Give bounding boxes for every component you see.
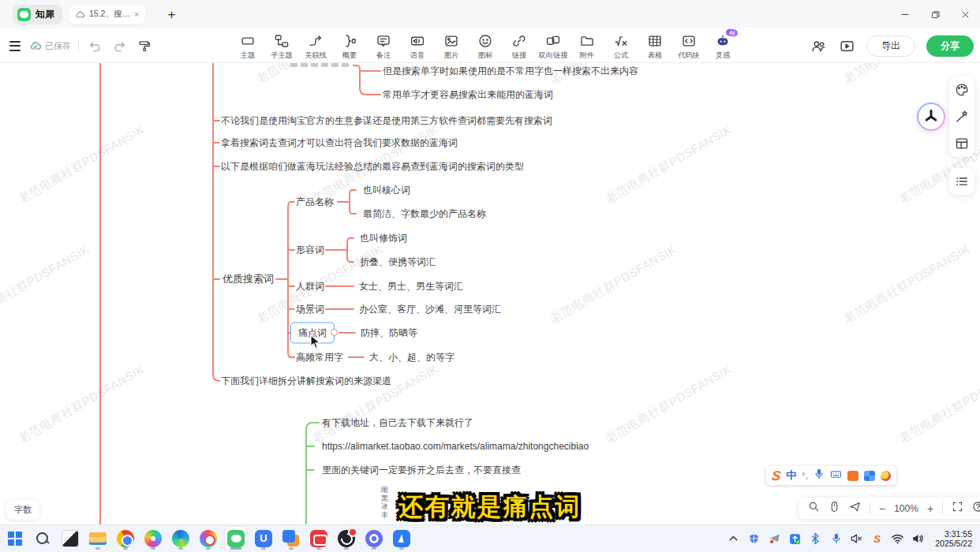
export-button[interactable]: 导出 (866, 35, 915, 57)
sogou-input-bar[interactable]: S 中 °, (766, 466, 896, 485)
emoji-picker-icon[interactable] (881, 471, 891, 481)
taskbar-app-obs[interactable] (335, 527, 357, 550)
tool-link[interactable]: 链接 (502, 32, 536, 61)
mindmap-node[interactable]: 最简洁、字数最少的产品名称 (363, 207, 486, 221)
mindmap-node[interactable]: 以下是根据咱们做蓝海玩法经验总结的最容易查到蓝海词的搜索词的类型 (221, 160, 524, 173)
taskbar-app-browser360[interactable] (142, 527, 164, 550)
volume-icon[interactable] (911, 532, 925, 546)
tool-subtopic[interactable]: 子主题 (264, 32, 298, 61)
mindmap-node[interactable]: 里面的关键词一定要拆开之后去查，不要直接查 (322, 464, 521, 477)
taskbar-app-snip[interactable] (59, 527, 81, 550)
outline-icon[interactable] (949, 168, 974, 195)
tool-table[interactable]: 表格 (638, 32, 671, 61)
share-button[interactable]: 分享 (926, 35, 974, 57)
taskbar-app-tsearch[interactable] (32, 527, 54, 550)
mic-icon[interactable] (829, 532, 843, 546)
taskbar-app-youdao[interactable] (252, 527, 275, 550)
punctuation-toggle[interactable]: °, (802, 471, 807, 480)
telegram-icon[interactable] (768, 532, 781, 546)
mindmap-node[interactable]: 也叫修饰词 (360, 232, 407, 245)
sogou-logo-icon[interactable]: S (771, 469, 781, 483)
sogou-tray-icon[interactable]: S (870, 532, 884, 546)
mindmap-node[interactable]: 防摔、防晒等 (361, 326, 417, 340)
zoom-level[interactable]: 100% (894, 503, 918, 514)
close-button[interactable] (950, 0, 980, 28)
mindmap-node[interactable]: 大、小、超、的等字 (369, 351, 454, 364)
word-count-button[interactable]: 字数 (6, 500, 39, 520)
mindmap-node[interactable]: 拿着搜索词去查词才可以查出符合我们要求数据的蓝海词 (221, 136, 458, 150)
taskbar-app-chrome[interactable] (114, 527, 137, 550)
mindmap-node[interactable]: 但是搜索单字时如果使用的是不常用字也一样搜索不出来内容 (383, 65, 638, 78)
taskbar-clock[interactable]: 3:31:55 2025/5/22 (935, 529, 972, 549)
mindmap-node[interactable]: 高频常用字 (296, 351, 343, 364)
taskbar-app-meeting[interactable] (280, 527, 302, 550)
format-painter-icon[interactable] (135, 37, 152, 54)
updater-icon[interactable] (788, 532, 802, 546)
zhixi-assistant-button[interactable] (917, 103, 945, 131)
tool-theme[interactable]: 主题 (230, 32, 264, 61)
mindmap-node[interactable]: 优质搜索词 (223, 272, 274, 286)
magic-wand-icon[interactable] (949, 103, 974, 130)
mindmap-node[interactable]: 产品名称 (296, 196, 334, 209)
mindmap-node[interactable]: 折叠、便携等词汇 (360, 255, 436, 269)
document-tab[interactable]: 15.2、搜索... × (69, 5, 145, 24)
taskbar-app-edge[interactable] (170, 527, 192, 550)
defender-icon[interactable] (747, 532, 761, 546)
tab-close-icon[interactable]: × (134, 10, 139, 19)
tool-image[interactable]: 图片 (434, 32, 468, 61)
mindmap-node[interactable]: 下面我们详细拆分讲解搜索词的来源渠道 (221, 375, 391, 388)
zoom-in-button[interactable]: + (927, 503, 933, 514)
tool-code-block[interactable]: 代码块 (671, 32, 705, 61)
taskbar-app-start[interactable] (4, 527, 26, 550)
toolbox-icon[interactable] (864, 471, 875, 481)
search-icon[interactable] (808, 501, 820, 516)
audio-device-icon[interactable] (850, 532, 863, 546)
mindmap-node[interactable]: 女士、男士、男生等词汇 (359, 280, 463, 293)
tool-summary[interactable]: 概要 (332, 32, 366, 61)
minimize-button[interactable] (890, 0, 920, 28)
tool-bidirectional-link[interactable]: 双向链接 (536, 32, 570, 61)
chevron-up-icon[interactable] (727, 532, 740, 546)
zoom-out-button[interactable]: − (879, 503, 885, 514)
mindmap-node[interactable]: 人群词 (296, 280, 324, 293)
app-chip[interactable]: 知犀 (13, 5, 62, 24)
wifi-icon[interactable] (891, 532, 904, 546)
tool-relation-line[interactable]: 关联线 (298, 32, 332, 61)
keyboard-icon[interactable] (830, 468, 842, 483)
mindmap-node[interactable]: 形容词 (296, 244, 324, 257)
tool-audio[interactable]: 语音 (400, 32, 434, 61)
input-mode-toggle[interactable]: 中 (786, 468, 796, 483)
menu-icon[interactable] (8, 39, 22, 53)
palette-icon[interactable] (949, 76, 974, 103)
collaborate-icon[interactable] (810, 37, 827, 54)
taskbar-app-music[interactable] (363, 527, 385, 550)
mindmap-node[interactable]: 不论我们是使用淘宝官方的生意参谋还是使用第三方软件查词都需要先有搜索词 (221, 114, 552, 128)
voice-input-icon[interactable] (814, 468, 825, 483)
undo-icon[interactable] (86, 37, 103, 54)
new-tab-button[interactable]: + (167, 8, 175, 21)
taskbar-app-recorder[interactable] (308, 527, 330, 550)
taskbar-app-media[interactable] (197, 527, 219, 550)
taskbar-app-zhixi[interactable] (225, 527, 247, 550)
tutorial-video-icon[interactable] (838, 37, 855, 54)
restore-button[interactable] (920, 0, 950, 28)
tool-inspiration[interactable]: 灵感AI (705, 32, 739, 61)
mindmap-node[interactable]: 常用单字才更容易搜索出来能用的蓝海词 (383, 88, 553, 102)
bluetooth-icon[interactable] (809, 532, 822, 546)
tool-attachment[interactable]: 附件 (570, 32, 604, 61)
mindmap-node[interactable]: 场景词 (296, 303, 324, 316)
layout-icon[interactable] (949, 130, 974, 157)
skin-icon[interactable] (847, 471, 858, 481)
mouse-mode-icon[interactable] (829, 501, 840, 516)
taskbar-app-quark[interactable] (391, 527, 413, 550)
mindmap-node[interactable]: https://alimarket.taobao.com/markets/ali… (322, 441, 589, 452)
fullscreen-icon[interactable] (952, 501, 963, 516)
mindmap-node[interactable]: 也叫核心词 (363, 184, 410, 197)
mindmap-canvas[interactable]: 老范电商社群PDSFANSIK老范电商社群PDSFANSIK老范电商社群PDSF… (0, 63, 980, 524)
tool-note[interactable]: 备注 (366, 32, 400, 61)
tool-formula[interactable]: 公式 (604, 32, 638, 61)
mindmap-node[interactable]: 办公室、客厅、沙滩、河里等词汇 (359, 303, 501, 316)
redo-icon[interactable] (110, 37, 128, 54)
collapse-handle-icon[interactable] (331, 329, 338, 336)
taskbar-app-file-explorer[interactable] (87, 527, 109, 550)
